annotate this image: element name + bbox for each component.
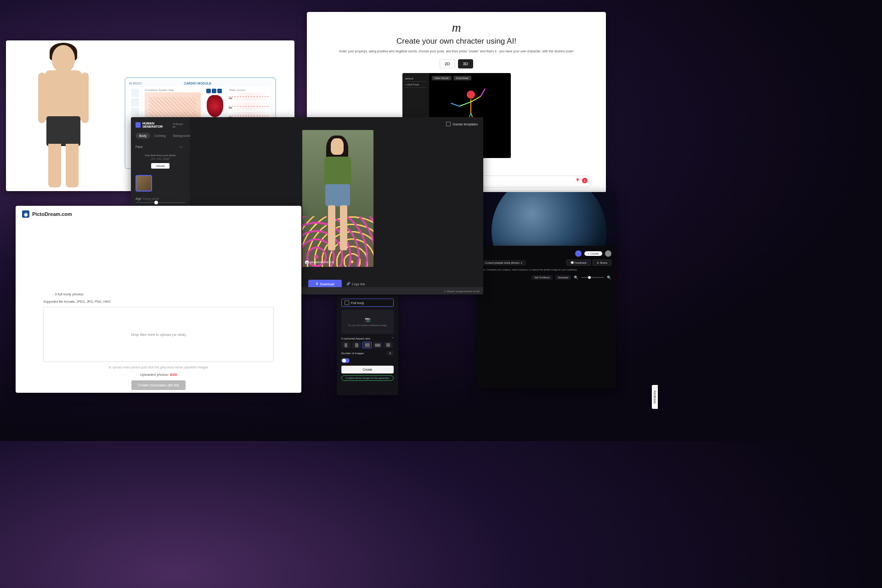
bullet-item: - 3 full body photos <box>52 292 274 296</box>
face-avatar[interactable] <box>136 175 152 192</box>
human-model <box>24 45 102 187</box>
count-label: Uploaded photos: <box>140 373 169 377</box>
pictodream-logo-icon: ◉ <box>22 210 29 218</box>
toggle-switch[interactable] <box>341 358 350 363</box>
user-avatar[interactable] <box>605 250 611 257</box>
aspect-option[interactable] <box>384 342 393 348</box>
zoom-slider[interactable] <box>581 277 604 278</box>
templates-button[interactable]: Human templates <box>446 122 478 126</box>
system-label: Circulatory System Map <box>145 89 201 91</box>
tab-body[interactable]: Body <box>136 133 150 139</box>
add-albums-button[interactable]: Add To Albums <box>531 275 552 280</box>
tab-3d[interactable]: 3D <box>458 59 474 68</box>
tool-icon[interactable] <box>131 108 139 116</box>
create-generator-button[interactable]: Create Generator ($9.99) <box>131 380 186 390</box>
creator-panel: Full body 📷 Or, you can upload a referen… <box>337 294 398 395</box>
category-chip[interactable]: Custom people stock photos▾ <box>481 260 526 266</box>
create-button[interactable]: + Create <box>584 251 602 256</box>
upload-hint: to upload more photos just click the gre… <box>43 366 274 369</box>
share-button[interactable]: ⋔ Share <box>593 260 611 266</box>
count-value: 0/20 <box>170 373 177 377</box>
upload-area[interactable]: 📷 Or, you can upload a reference image <box>341 310 394 334</box>
person-icon <box>345 300 349 305</box>
organ-tab-icon[interactable] <box>206 89 211 93</box>
pin-icon[interactable]: 📍 <box>575 178 580 183</box>
feedback-button[interactable]: 💬 Feedback <box>566 260 591 266</box>
photosonic-panel: + Create Custom people stock photos▾ 💬 F… <box>476 246 616 388</box>
module-label: CARDIO MODULE <box>184 82 211 85</box>
app-icon <box>575 250 582 257</box>
feedback-tab[interactable]: feedback <box>652 385 658 409</box>
credits-note: 2 credits will be charged for this gener… <box>341 375 394 381</box>
tool-icon[interactable] <box>131 98 139 107</box>
add-pose-button[interactable]: + Add Pose <box>405 82 426 88</box>
reset-button[interactable]: ⟲ Reset all <box>173 122 185 128</box>
hg-logo-icon <box>136 122 141 128</box>
brand-label: AI BODY <box>129 82 142 85</box>
download-button[interactable]: Download <box>555 275 571 280</box>
num-images-label: Number of images <box>341 352 364 355</box>
tool-icon[interactable] <box>131 89 139 97</box>
organ-tab-icon[interactable] <box>212 89 216 93</box>
generated-image[interactable]: ▸GENERATED PHOTOS <box>302 130 373 267</box>
mage-logo: m <box>321 20 592 35</box>
full-body-option[interactable]: Full body <box>341 299 394 307</box>
page-title: Create your own chracter using AI! <box>321 37 592 46</box>
camera-icon: 📷 <box>345 317 390 322</box>
age-slider[interactable] <box>136 202 185 203</box>
pose-default[interactable]: default <box>405 76 426 82</box>
num-images-value[interactable]: 2 <box>387 351 394 356</box>
aspect-option[interactable] <box>362 342 372 348</box>
pictodream-panel: ◉ PictoDream.com - 3 full body photos Su… <box>16 206 301 393</box>
vitals-label: Vitals monitor <box>229 89 270 91</box>
aspect-option[interactable] <box>373 342 382 348</box>
notif-badge: 1 <box>582 178 588 183</box>
page-subtitle: Enter your propmpt, using positive and n… <box>321 50 592 53</box>
description-text: ision. Handpick your subjects, select lo… <box>481 268 611 271</box>
zoom-in-icon[interactable]: 🔍 <box>607 276 611 280</box>
aspect-option[interactable] <box>341 342 351 348</box>
tab-clothing[interactable]: Clothing <box>150 133 170 139</box>
hg-brand: HUMAN GENERATOR <box>142 122 173 128</box>
formats-label: Supported file formats: JPEG, JPG, PNG, … <box>43 300 274 303</box>
organ-tab-icon[interactable] <box>217 89 222 93</box>
aspect-label: 5 (optional) Aspect ratio⌃ <box>341 337 394 340</box>
heart-model[interactable] <box>207 95 223 117</box>
zoom-out-icon[interactable]: 🔍 <box>574 276 578 280</box>
face-section[interactable]: Face <box>136 145 143 148</box>
pictodream-brand: PictoDream.com <box>32 211 72 217</box>
drop-zone[interactable]: Drop files here to upload (or click) <box>43 307 274 362</box>
create-button[interactable]: Create <box>341 366 394 373</box>
report-button[interactable]: ⚠ Report inappropriate result <box>444 289 480 293</box>
upload-button[interactable]: Upload <box>151 163 169 169</box>
aspect-option[interactable] <box>352 342 361 348</box>
tab-2d[interactable]: 2D <box>440 59 455 68</box>
